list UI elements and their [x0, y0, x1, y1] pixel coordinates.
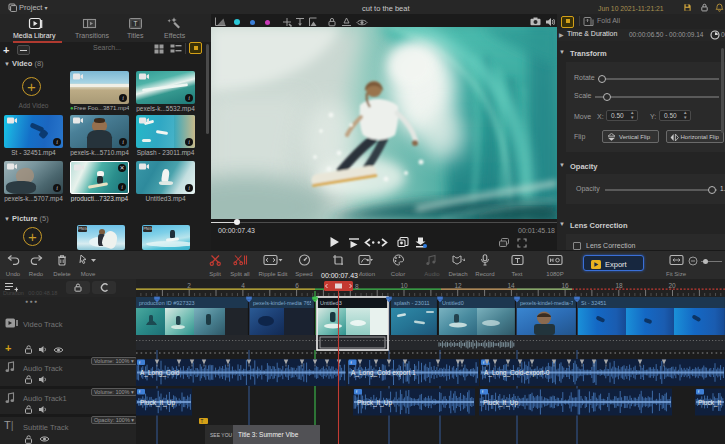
- svg-text:Pluck_It_Up: Pluck_It_Up: [140, 399, 175, 407]
- svg-text:pexels-kindel-media-76: pexels-kindel-media-76: [520, 300, 577, 306]
- svg-text:16: 16: [561, 282, 569, 289]
- svg-text:14: 14: [507, 282, 515, 289]
- svg-text:A_Long_Cold-export-0: A_Long_Cold-export-0: [484, 369, 550, 377]
- svg-text:Pluck_It_Up: Pluck_It_Up: [357, 399, 392, 407]
- svg-text:St - 32451: St - 32451: [581, 300, 606, 306]
- svg-text:Title 3: Summer Vibe: Title 3: Summer Vibe: [238, 431, 299, 438]
- svg-text:SEE YOU: SEE YOU: [210, 432, 233, 438]
- svg-text:Pluck_It_Up: Pluck_It_Up: [483, 399, 518, 407]
- svg-text:Untitled0: Untitled0: [442, 300, 464, 306]
- svg-text:T: T: [134, 20, 138, 27]
- svg-text:20: 20: [668, 282, 676, 289]
- svg-text:A_Long_Cold export 1: A_Long_Cold export 1: [351, 369, 416, 377]
- svg-text:A_Long_Cold: A_Long_Cold: [140, 369, 180, 377]
- svg-text:2: 2: [187, 282, 191, 289]
- svg-text:6: 6: [295, 282, 299, 289]
- svg-text:4: 4: [241, 282, 245, 289]
- svg-text:8: 8: [355, 283, 359, 290]
- svg-text:10: 10: [400, 282, 408, 289]
- svg-text:splash - 23011: splash - 23011: [394, 300, 430, 306]
- svg-text:T: T: [201, 419, 204, 424]
- svg-text:18: 18: [615, 282, 623, 289]
- svg-text:Pluck_It: Pluck_It: [698, 399, 721, 407]
- svg-text:production ID #927323: production ID #927323: [139, 300, 195, 306]
- svg-text:12: 12: [454, 282, 462, 289]
